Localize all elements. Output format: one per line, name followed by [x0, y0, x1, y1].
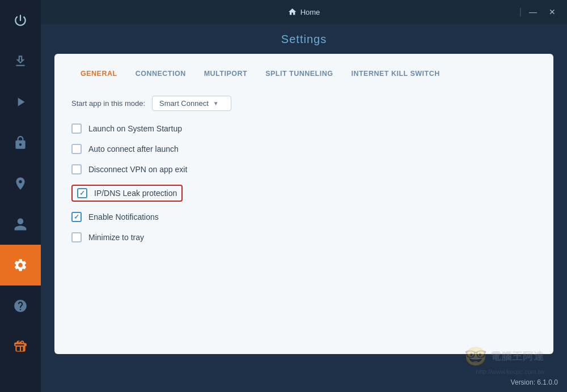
sidebar-item-settings[interactable] — [0, 245, 41, 286]
tab-connection[interactable]: CONNECTION — [126, 65, 195, 82]
download-icon — [13, 54, 28, 69]
titlebar-divider: | — [519, 7, 522, 17]
lock-icon — [13, 135, 28, 150]
settings-icon — [13, 258, 28, 272]
sidebar-item-download[interactable] — [0, 41, 41, 82]
checkbox-notifications-label: Enable Notifications — [88, 212, 159, 221]
help-icon — [13, 299, 28, 313]
sidebar-item-play[interactable] — [0, 82, 41, 122]
sidebar-item-user[interactable] — [0, 204, 41, 245]
sidebar-item-ip[interactable] — [0, 163, 41, 204]
power-icon — [13, 13, 28, 28]
checkbox-minimize-tray-box[interactable] — [71, 232, 82, 242]
sidebar-item-help[interactable] — [0, 286, 41, 326]
checkbox-auto-connect[interactable]: Auto connect after launch — [71, 144, 536, 154]
home-label: Home — [301, 8, 320, 16]
settings-card: GENERAL CONNECTION MULTIPORT SPLIT TUNNE… — [54, 54, 553, 354]
checkbox-notifications[interactable]: Enable Notifications — [71, 212, 536, 222]
home-icon — [288, 7, 297, 16]
version-text: Version: 6.1.0.0 — [511, 378, 558, 386]
close-button[interactable]: ✕ — [544, 4, 560, 20]
ip-icon — [13, 176, 28, 191]
play-icon — [13, 95, 28, 109]
checkbox-auto-connect-label: Auto connect after launch — [88, 144, 179, 154]
checkbox-launch-startup-label: Launch on System Startup — [88, 124, 182, 133]
mode-select-value: Smart Connect — [159, 99, 209, 108]
mode-select-dropdown[interactable]: Smart Connect ▼ — [152, 96, 231, 111]
checkbox-ip-dns-leak-box[interactable] — [77, 188, 87, 198]
minimize-button[interactable]: — — [525, 4, 541, 20]
gift-icon — [13, 339, 28, 354]
main-content: Home | — ✕ Settings GENERAL CONNECTION M… — [41, 0, 567, 392]
sidebar-item-lock[interactable] — [0, 122, 41, 163]
sidebar-item-gift[interactable] — [0, 326, 41, 367]
mode-label: Start app in this mode: — [71, 99, 145, 108]
sidebar-item-power[interactable] — [0, 0, 41, 41]
tabs-container: GENERAL CONNECTION MULTIPORT SPLIT TUNNE… — [71, 65, 536, 82]
tab-split-tunneling[interactable]: SPLIT TUNNELING — [256, 65, 342, 82]
checkbox-auto-connect-box[interactable] — [71, 144, 82, 154]
checkbox-ip-dns-leak-label: IP/DNS Leak protection — [94, 189, 177, 198]
titlebar: Home | — ✕ — [41, 0, 567, 24]
watermark-url: http://www.kocpc.com.tw — [476, 368, 544, 375]
checkbox-disconnect-exit[interactable]: Disconnect VPN on app exit — [71, 164, 536, 174]
checkbox-disconnect-exit-label: Disconnect VPN on app exit — [88, 165, 187, 174]
mode-row: Start app in this mode: Smart Connect ▼ — [71, 96, 536, 111]
chevron-down-icon: ▼ — [213, 100, 219, 106]
checkbox-launch-startup-box[interactable] — [71, 123, 82, 134]
checkbox-disconnect-exit-box[interactable] — [71, 164, 82, 174]
sidebar — [0, 0, 41, 392]
tab-kill-switch[interactable]: INTERNET KILL SWITCH — [342, 65, 448, 82]
checkbox-minimize-tray[interactable]: Minimize to tray — [71, 232, 536, 242]
tab-general[interactable]: GENERAL — [71, 65, 126, 82]
checkbox-launch-startup[interactable]: Launch on System Startup — [71, 123, 536, 134]
settings-wrapper: GENERAL CONNECTION MULTIPORT SPLIT TUNNE… — [41, 54, 567, 365]
user-icon — [13, 217, 28, 232]
tab-multiport[interactable]: MULTIPORT — [195, 65, 256, 82]
checkbox-ip-dns-leak[interactable]: IP/DNS Leak protection — [71, 185, 183, 202]
settings-title: Settings — [41, 24, 567, 54]
checkbox-minimize-tray-label: Minimize to tray — [88, 233, 144, 242]
checkbox-notifications-box[interactable] — [71, 212, 82, 222]
